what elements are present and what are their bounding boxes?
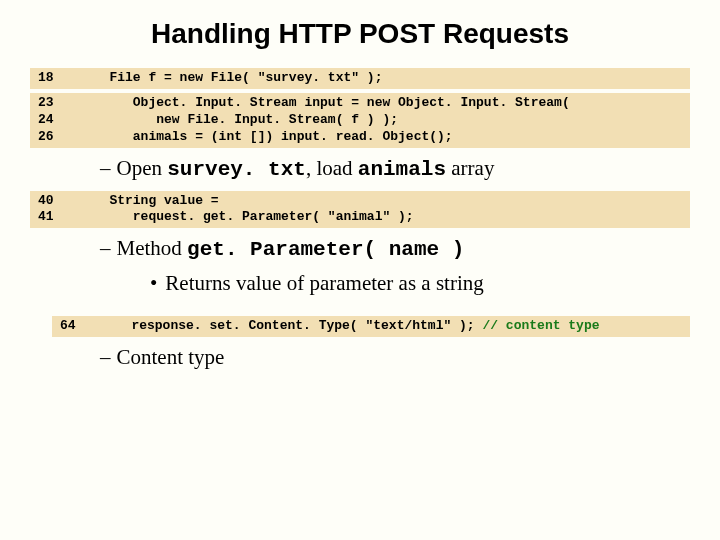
code-main: response. set. Content. Type( "text/html… <box>108 318 482 333</box>
code-text: String value = <box>86 193 690 210</box>
sub-bullet-returns: •Returns value of parameter as a string <box>150 271 690 296</box>
line-number: 40 <box>30 193 86 210</box>
line-number: 26 <box>30 129 86 146</box>
code-text: response. set. Content. Type( "text/html… <box>108 318 690 335</box>
dash-icon: – <box>100 345 111 369</box>
bullet-mono: get. Parameter( name ) <box>187 238 464 261</box>
line-number: 64 <box>52 318 108 335</box>
code-block-3: 40 String value = 41 request. get. Param… <box>30 191 690 229</box>
code-text: animals = (int []) input. read. Object()… <box>86 129 690 146</box>
bullet-text: array <box>446 156 494 180</box>
bullet-dot-icon: • <box>150 271 157 295</box>
dash-icon: – <box>100 156 111 180</box>
slide-title: Handling HTTP POST Requests <box>30 18 690 50</box>
bullet-mono: survey. txt <box>167 158 306 181</box>
line-number: 23 <box>30 95 86 112</box>
bullet-text: Content type <box>117 345 225 369</box>
bullet-content-type: –Content type <box>100 345 690 370</box>
code-row: 24 new File. Input. Stream( f ) ); <box>30 112 690 129</box>
bullet-mono: animals <box>358 158 446 181</box>
line-number: 24 <box>30 112 86 129</box>
bullet-method-getparam: –Method get. Parameter( name ) <box>100 236 690 261</box>
code-text: File f = new File( "survey. txt" ); <box>86 70 690 87</box>
code-row: 41 request. get. Parameter( "animal" ); <box>30 209 690 226</box>
bullet-text: , load <box>306 156 358 180</box>
code-row: 40 String value = <box>30 193 690 210</box>
code-text: new File. Input. Stream( f ) ); <box>86 112 690 129</box>
sub-bullet-text: Returns value of parameter as a string <box>165 271 483 295</box>
code-row: 64 response. set. Content. Type( "text/h… <box>52 318 690 335</box>
dash-icon: – <box>100 236 111 260</box>
bullet-text: Method <box>117 236 188 260</box>
code-text: Object. Input. Stream input = new Object… <box>86 95 690 112</box>
bullet-open-survey: –Open survey. txt, load animals array <box>100 156 690 181</box>
code-text: request. get. Parameter( "animal" ); <box>86 209 690 226</box>
code-row: 26 animals = (int []) input. read. Objec… <box>30 129 690 146</box>
line-number: 41 <box>30 209 86 226</box>
code-block-4: 64 response. set. Content. Type( "text/h… <box>52 316 690 337</box>
code-block-1: 18 File f = new File( "survey. txt" ); <box>30 68 690 89</box>
line-number: 18 <box>30 70 86 87</box>
code-row: 23 Object. Input. Stream input = new Obj… <box>30 95 690 112</box>
code-comment: // content type <box>482 318 599 333</box>
code-block-2: 23 Object. Input. Stream input = new Obj… <box>30 93 690 148</box>
bullet-text: Open <box>117 156 168 180</box>
code-row: 18 File f = new File( "survey. txt" ); <box>30 70 690 87</box>
